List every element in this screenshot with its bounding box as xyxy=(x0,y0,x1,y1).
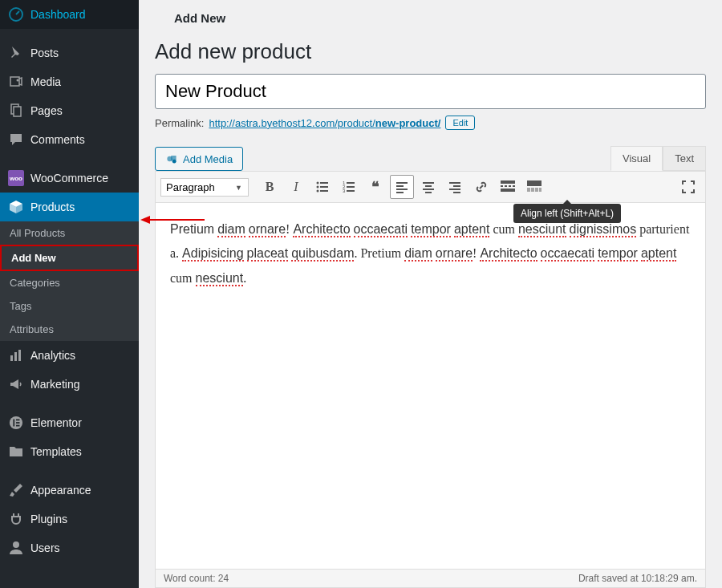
permalink-link[interactable]: http://astra.byethost12.com/product/new-… xyxy=(209,117,440,129)
link-button[interactable] xyxy=(469,175,493,199)
svg-rect-52 xyxy=(535,188,538,192)
format-select[interactable]: Paragraph xyxy=(160,178,249,197)
tooltip: Align left (Shift+Alt+L) xyxy=(513,204,621,223)
toolbar-toggle-button[interactable] xyxy=(522,175,546,199)
sidebar-label: Templates xyxy=(30,445,82,458)
svg-rect-51 xyxy=(531,188,534,192)
sidebar-item-elementor[interactable]: Elementor xyxy=(0,408,139,437)
products-submenu: All Products Add New Categories Tags Att… xyxy=(0,221,139,341)
sidebar-item-analytics[interactable]: Analytics xyxy=(0,341,139,370)
svg-rect-43 xyxy=(501,180,515,184)
sidebar-label: Marketing xyxy=(30,378,79,391)
svg-rect-9 xyxy=(18,350,21,361)
svg-rect-44 xyxy=(501,185,503,187)
sidebar-item-appearance[interactable]: Appearance xyxy=(0,476,139,505)
sidebar-label: Posts xyxy=(30,47,59,59)
sidebar-item-products[interactable]: Products xyxy=(0,193,139,221)
products-icon xyxy=(8,199,24,215)
align-right-button[interactable] xyxy=(443,175,467,199)
svg-rect-50 xyxy=(527,188,530,192)
word-count: Word count: 24 xyxy=(164,573,229,584)
sidebar-label: Comments xyxy=(30,133,85,146)
product-title-input[interactable] xyxy=(155,74,706,109)
submenu-categories[interactable]: Categories xyxy=(0,271,139,294)
megaphone-icon xyxy=(8,376,24,392)
sidebar-item-users[interactable]: Users xyxy=(0,533,139,562)
svg-rect-6 xyxy=(14,107,21,116)
sidebar-label: Media xyxy=(30,75,61,88)
brush-icon xyxy=(8,482,24,498)
plug-icon xyxy=(8,511,24,527)
editor-content[interactable]: Pretium diam ornare! Architecto occaecat… xyxy=(155,203,706,570)
svg-point-18 xyxy=(172,160,176,164)
svg-point-15 xyxy=(13,541,19,548)
elementor-icon xyxy=(8,415,24,431)
svg-rect-40 xyxy=(453,185,460,187)
sidebar-item-pages[interactable]: Pages xyxy=(0,96,139,125)
align-center-button[interactable] xyxy=(416,175,440,199)
editor-toolbar: Paragraph B I 123 ❝ Align left (Shift+Al… xyxy=(155,171,706,203)
italic-button[interactable]: I xyxy=(284,175,308,199)
svg-rect-13 xyxy=(16,422,20,424)
sidebar-item-comments[interactable]: Comments xyxy=(0,125,139,154)
submenu-attributes[interactable]: Attributes xyxy=(0,318,139,341)
svg-rect-37 xyxy=(423,189,434,190)
sidebar-item-woocommerce[interactable]: wooWooCommerce xyxy=(0,164,139,193)
svg-rect-28 xyxy=(347,186,355,188)
sidebar-item-media[interactable]: Media xyxy=(0,67,139,96)
sidebar-label: Users xyxy=(30,541,60,554)
pages-icon xyxy=(8,103,24,119)
svg-rect-7 xyxy=(10,355,13,361)
bullet-list-button[interactable] xyxy=(310,175,335,199)
sidebar-item-marketing[interactable]: Marketing xyxy=(0,370,139,399)
sidebar-item-templates[interactable]: Templates xyxy=(0,437,139,466)
numbered-list-button[interactable]: 123 xyxy=(337,175,361,199)
submenu-add-new[interactable]: Add New xyxy=(0,245,139,271)
pin-icon xyxy=(8,45,24,61)
permalink-edit-button[interactable]: Edit xyxy=(445,116,475,130)
admin-sidebar: Dashboard Posts Media Pages Comments woo… xyxy=(0,0,139,588)
svg-rect-30 xyxy=(347,190,355,192)
sidebar-item-posts[interactable]: Posts xyxy=(0,39,139,67)
analytics-icon xyxy=(8,347,24,363)
svg-rect-33 xyxy=(396,189,408,190)
add-media-button[interactable]: Add Media xyxy=(155,147,243,171)
sidebar-label: Products xyxy=(30,201,75,213)
svg-rect-32 xyxy=(396,185,404,187)
submenu-all-products[interactable]: All Products xyxy=(0,221,139,245)
svg-rect-14 xyxy=(16,425,20,427)
sidebar-item-plugins[interactable]: Plugins xyxy=(0,505,139,533)
bold-button[interactable]: B xyxy=(258,175,282,199)
svg-rect-11 xyxy=(13,420,14,427)
annotation-arrow xyxy=(140,213,205,226)
sidebar-label: Pages xyxy=(30,104,63,117)
woocommerce-icon: woo xyxy=(8,170,24,186)
tab-text[interactable]: Text xyxy=(663,146,706,171)
blockquote-button[interactable]: ❝ xyxy=(363,175,387,199)
svg-rect-48 xyxy=(501,189,515,192)
svg-rect-3 xyxy=(10,77,19,86)
tab-visual[interactable]: Visual xyxy=(610,146,663,171)
readmore-button[interactable] xyxy=(496,175,520,199)
svg-rect-35 xyxy=(423,182,434,184)
svg-rect-8 xyxy=(14,352,17,361)
sidebar-item-dashboard[interactable]: Dashboard xyxy=(0,0,139,29)
submenu-tags[interactable]: Tags xyxy=(0,294,139,318)
editor-tabs: Visual Text xyxy=(610,146,706,171)
sidebar-label: Appearance xyxy=(30,484,91,497)
sidebar-label: Analytics xyxy=(30,349,75,362)
fullscreen-button[interactable] xyxy=(676,175,700,199)
comment-icon xyxy=(8,132,24,148)
align-left-button[interactable] xyxy=(390,175,414,199)
svg-text:3: 3 xyxy=(343,189,346,193)
permalink-row: Permalink: http://astra.byethost12.com/p… xyxy=(155,116,706,130)
sidebar-label: Dashboard xyxy=(30,8,86,21)
svg-rect-26 xyxy=(347,182,355,184)
svg-point-19 xyxy=(317,182,319,185)
svg-point-21 xyxy=(317,186,319,189)
svg-rect-45 xyxy=(505,185,507,187)
page-title: Add new product xyxy=(155,39,706,64)
svg-rect-53 xyxy=(539,188,542,192)
sidebar-label: WooCommerce xyxy=(30,172,108,185)
breadcrumb: Add New xyxy=(155,8,706,39)
